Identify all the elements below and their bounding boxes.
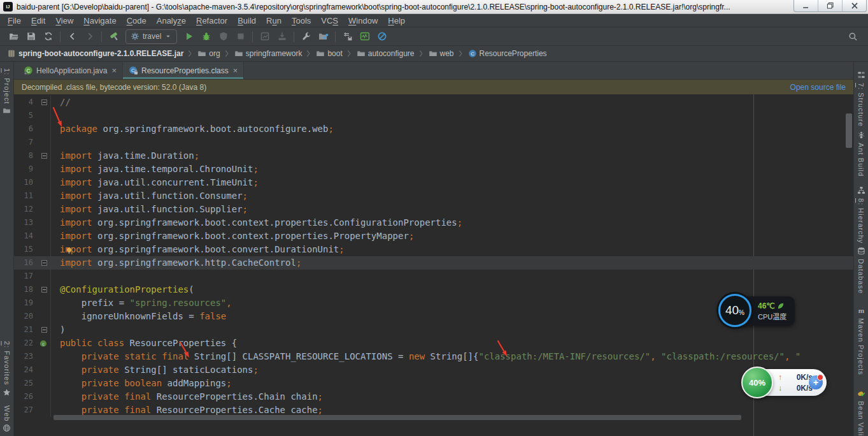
breadcrumb-folder-boot[interactable]: boot	[314, 49, 344, 58]
stop-icon[interactable]	[232, 29, 249, 44]
close-tab-icon[interactable]: ×	[233, 66, 238, 75]
cpu-usage-percent: 40	[725, 303, 739, 317]
tool-button-8-hierarchy[interactable]: 8: Hierarchy	[857, 186, 865, 243]
accelerate-button[interactable]: +	[809, 375, 823, 389]
code-text: import org.springframework.boot.context.…	[51, 229, 853, 243]
breadcrumb-folder-springframework[interactable]: springframework	[232, 49, 304, 58]
push-settings-icon[interactable]	[339, 29, 356, 44]
network-monitor-widget[interactable]: ↑ 0K/s ↓ 0K/s + 40%	[741, 367, 828, 398]
breadcrumb-folder-org[interactable]: org	[196, 49, 222, 58]
build-hammer-icon[interactable]	[105, 29, 122, 44]
menu-tools[interactable]: Tools	[287, 15, 316, 27]
code-token: (	[189, 284, 194, 294]
close-tab-icon[interactable]: ×	[111, 66, 117, 75]
code-token: ,	[226, 298, 231, 308]
code-line: 24 private String[] staticLocations;	[14, 363, 853, 377]
menu-help[interactable]: Help	[383, 15, 410, 27]
close-button[interactable]	[843, 0, 866, 11]
vertical-scrollbar[interactable]	[846, 113, 852, 148]
menu-code[interactable]: Code	[122, 15, 152, 27]
code-token: ;	[253, 164, 258, 174]
code-line: 5	[14, 109, 853, 122]
cpu-monitor-widget[interactable]: 46℃ CPU温度 40 %	[718, 293, 795, 329]
code-token: private	[60, 365, 119, 375]
code-token	[656, 351, 661, 361]
gutter-marker-cell	[33, 377, 51, 390]
gutter-marker-cell	[33, 323, 51, 337]
settings-wrench-icon[interactable]	[297, 29, 315, 44]
menu-file[interactable]: File	[3, 15, 26, 27]
search-everywhere-icon[interactable]	[844, 29, 862, 44]
tool-button-database[interactable]: Database	[857, 247, 865, 294]
tool-button-web[interactable]: Web	[3, 405, 11, 433]
breadcrumb-label: boot	[327, 49, 342, 58]
tab-helloapplication-java[interactable]: CHelloApplication.java×	[18, 62, 123, 79]
line-number: 17	[14, 270, 33, 283]
open-project-icon[interactable]	[5, 29, 22, 44]
attach-profiler-icon[interactable]	[256, 29, 273, 44]
menu-edit[interactable]: Edit	[26, 15, 50, 27]
code-line: 10import java.util.concurrent.TimeUnit;	[14, 176, 853, 189]
bean-icon	[857, 389, 865, 398]
tool-button-bean-valida[interactable]: Bean Valida	[857, 389, 865, 436]
jar-icon	[7, 49, 16, 58]
run-coverage-icon[interactable]	[215, 29, 232, 44]
breadcrumb-folder-autoconfigure[interactable]: autoconfigure	[355, 49, 416, 58]
synchronize-icon[interactable]	[39, 29, 57, 44]
folder-icon	[429, 49, 438, 58]
app-badge: IJ	[6, 4, 10, 9]
fold-marker-icon[interactable]	[41, 260, 47, 266]
breadcrumb-class[interactable]: CResourceProperties	[466, 49, 549, 58]
breadcrumb-jar[interactable]: spring-boot-autoconfigure-2.1.0.RELEASE.…	[5, 49, 185, 58]
forward-icon[interactable]	[81, 29, 98, 44]
title-bar: IJ baidu-parent [G:\Develop\baidu-parent…	[0, 0, 868, 14]
horizontal-scrollbar[interactable]	[53, 415, 741, 420]
run-config-selector[interactable]: travel	[125, 29, 177, 44]
thread-dump-icon[interactable]	[273, 29, 290, 44]
fold-marker-icon[interactable]	[41, 99, 47, 105]
code-line: 17	[14, 270, 853, 283]
activity-monitor-icon[interactable]	[356, 29, 373, 44]
tool-button-ant-build[interactable]: Ant Build	[857, 131, 865, 177]
disabled-plugins-icon[interactable]	[373, 29, 390, 44]
gutter-marker-cell	[33, 96, 51, 109]
memory-usage-ball[interactable]: 40%	[741, 367, 773, 398]
tool-button-7-structure[interactable]: 7: Structure	[857, 71, 865, 127]
line-number: 15	[14, 243, 33, 256]
menu-window[interactable]: Window	[343, 15, 383, 27]
tab-label: HelloApplication.java	[36, 66, 107, 75]
tool-button-maven-projects[interactable]: mMaven Projects	[857, 306, 865, 375]
line-number: 6	[14, 122, 33, 136]
fold-marker-icon[interactable]	[41, 287, 47, 293]
svg-text:c: c	[42, 341, 45, 346]
menu-vcs[interactable]: VCS	[316, 15, 343, 27]
code-token: ;	[457, 217, 462, 228]
back-icon[interactable]	[64, 29, 81, 44]
tool-button-1-project[interactable]: 1: Project	[3, 68, 11, 116]
run-icon[interactable]	[180, 29, 197, 44]
gutter-marker-cell	[33, 229, 51, 243]
window-title: baidu-parent [G:\Develop\baidu-parent] -…	[17, 3, 790, 11]
save-all-icon[interactable]	[22, 29, 39, 44]
code-token	[790, 351, 795, 361]
open-source-file-link[interactable]: Open source file	[790, 83, 846, 92]
fold-marker-icon[interactable]	[41, 153, 47, 159]
breadcrumb-folder-web[interactable]: web	[427, 49, 456, 58]
tool-button-2-favorites[interactable]: 2: Favorites	[3, 341, 11, 397]
editor-column: CHelloApplication.java×CResourceProperti…	[14, 62, 853, 436]
project-structure-icon[interactable]	[315, 29, 332, 44]
maximize-button[interactable]	[818, 0, 843, 11]
debug-icon[interactable]	[197, 29, 215, 44]
editor[interactable]: 4//56package org.springframework.boot.au…	[14, 94, 853, 436]
minimize-button[interactable]	[794, 0, 818, 11]
menu-refactor[interactable]: Refactor	[191, 15, 232, 27]
breadcrumb-separator-icon	[417, 49, 426, 58]
intention-bulb-icon[interactable]	[65, 245, 73, 259]
menu-view[interactable]: View	[50, 15, 78, 27]
menu-run[interactable]: Run	[261, 15, 287, 27]
menu-analyze[interactable]: Analyze	[152, 15, 191, 27]
fold-marker-icon[interactable]	[41, 327, 47, 333]
tab-resourceproperties-class[interactable]: CResourceProperties.class×	[123, 62, 244, 79]
menu-navigate[interactable]: Navigate	[78, 15, 121, 27]
menu-build[interactable]: Build	[232, 15, 261, 27]
